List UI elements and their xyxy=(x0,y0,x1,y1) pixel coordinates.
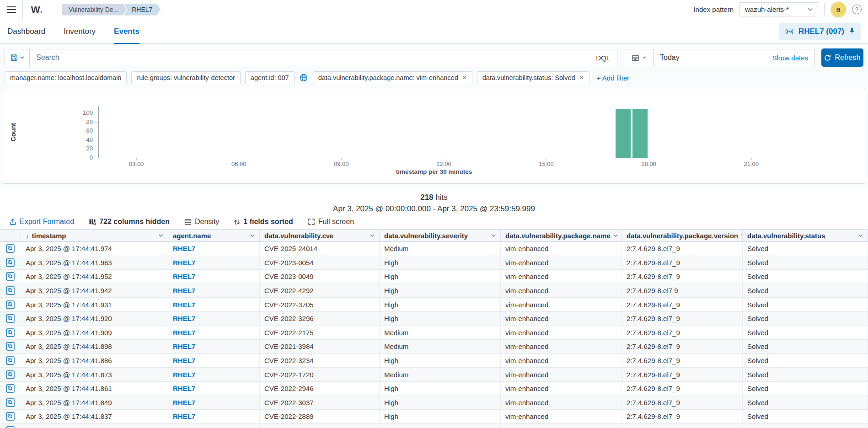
cell-package-name: vim-enhanced xyxy=(501,298,622,311)
cell-cve: CVE-2022-2889 xyxy=(260,410,380,423)
inspect-document-icon[interactable] xyxy=(6,342,15,351)
cell-package-version: 2:7.4.629-8.el7_9 xyxy=(622,242,743,256)
date-quick-select-button[interactable] xyxy=(624,49,654,66)
top-bar-right: Index pattern wazuh-alerts-* a ? xyxy=(693,0,868,19)
breadcrumb-vulnerability-detection[interactable]: Vulnerability De... xyxy=(62,4,127,16)
inspect-document-icon[interactable] xyxy=(6,258,15,267)
column-header-agent-name[interactable]: agent.name xyxy=(168,230,260,241)
chevron-down-icon[interactable] xyxy=(159,234,163,237)
cell-package-name: vim-enhanced xyxy=(501,326,622,340)
fields-sorted-button[interactable]: 1 fields sorted xyxy=(234,218,293,226)
column-header-package-name[interactable]: data.vulnerability.package.name xyxy=(501,230,622,241)
table-row: Apr 3, 2025 @ 17:44:41.837 RHEL7 CVE-202… xyxy=(0,410,868,424)
inspect-document-icon[interactable] xyxy=(6,412,15,421)
inspect-document-icon[interactable] xyxy=(6,244,15,253)
inspect-document-icon[interactable] xyxy=(6,356,15,365)
inspect-document-icon[interactable] xyxy=(6,328,15,337)
logo-dot: . xyxy=(40,4,43,15)
search-input[interactable] xyxy=(30,49,589,66)
x-axis-tick-mark xyxy=(547,158,547,160)
inspect-document-icon[interactable] xyxy=(6,384,15,393)
density-button[interactable]: Density xyxy=(184,218,219,226)
pin-icon[interactable] xyxy=(849,28,855,35)
index-pattern-select[interactable]: wazuh-alerts-* xyxy=(739,2,818,16)
agent-name-link[interactable]: RHEL7 xyxy=(173,385,195,392)
chevron-down-icon[interactable] xyxy=(613,234,618,237)
agent-name-link[interactable]: RHEL7 xyxy=(173,357,195,364)
implicit-filters-globe-icon[interactable] xyxy=(299,73,308,82)
chevron-down-icon xyxy=(808,8,813,11)
agent-name-link[interactable]: RHEL7 xyxy=(173,301,195,309)
cell-status: Solved xyxy=(743,410,868,423)
agent-name-link[interactable]: RHEL7 xyxy=(173,273,195,280)
filter-pill-package-name[interactable]: data.vulnerability.package.name: vim-enh… xyxy=(313,71,472,84)
tab-events[interactable]: Events xyxy=(114,19,139,43)
agent-name-link[interactable]: RHEL7 xyxy=(173,399,195,407)
divider xyxy=(824,3,825,16)
show-dates-button[interactable]: Show dates xyxy=(766,49,814,66)
cell-package-version: 2:7.4.629-8.el7_9 xyxy=(622,368,743,381)
full-screen-button[interactable]: Full screen xyxy=(308,218,354,226)
saved-queries-button[interactable] xyxy=(5,49,30,66)
filter-pill-agent-id[interactable]: agent.id: 007 xyxy=(245,71,295,84)
refresh-button[interactable]: Refresh xyxy=(821,48,863,67)
cell-timestamp: Apr 3, 2025 @ 17:44:41.826 xyxy=(21,424,168,428)
help-icon[interactable]: ? xyxy=(852,5,862,14)
user-avatar[interactable]: a xyxy=(830,2,846,17)
export-icon xyxy=(9,218,16,225)
chevron-down-icon[interactable] xyxy=(491,234,496,237)
agent-name-link[interactable]: RHEL7 xyxy=(173,412,195,420)
column-header-package-version[interactable]: data.vulnerability.package.version xyxy=(622,230,743,241)
filter-pill-rule-groups[interactable]: rule.groups: vulnerability-detector xyxy=(131,71,240,84)
agent-name-link[interactable]: RHEL7 xyxy=(173,342,195,350)
add-filter-button[interactable]: + Add filter xyxy=(597,74,629,82)
cell-package-version: 2:7.4.629-8.el7_9 xyxy=(622,298,743,311)
chevron-down-icon[interactable] xyxy=(370,234,375,237)
inspect-document-icon[interactable] xyxy=(6,286,15,295)
hamburger-menu-button[interactable] xyxy=(0,0,23,19)
agent-name-link[interactable]: RHEL7 xyxy=(173,371,195,379)
remove-filter-icon[interactable]: ✕ xyxy=(462,75,467,81)
inspect-document-icon[interactable] xyxy=(6,398,15,407)
agent-name-link[interactable]: RHEL7 xyxy=(173,329,195,337)
column-header-severity[interactable]: data.vulnerability.severity xyxy=(380,230,501,241)
histogram-bar[interactable] xyxy=(632,109,648,158)
cell-package-name: vim-enhanced xyxy=(501,312,622,326)
filter-pill-manager-name[interactable]: manager.name: localhost.localdomain xyxy=(5,71,127,84)
chevron-down-icon[interactable] xyxy=(250,234,255,237)
cell-timestamp: Apr 3, 2025 @ 17:44:41.849 xyxy=(21,396,168,410)
cell-status: Solved xyxy=(743,368,868,381)
inspect-document-icon[interactable] xyxy=(6,370,15,379)
column-header-status[interactable]: data.vulnerability.status xyxy=(743,230,868,241)
sort-arrows-icon xyxy=(234,219,240,225)
query-language-button[interactable]: DQL xyxy=(589,49,617,66)
inspect-document-icon[interactable] xyxy=(6,272,15,281)
agent-name-link[interactable]: RHEL7 xyxy=(173,245,195,252)
breadcrumb-rhel7[interactable]: RHEL7 xyxy=(123,4,161,16)
column-header-cve[interactable]: data.vulnerability.cve xyxy=(260,230,380,241)
inspect-document-icon[interactable] xyxy=(6,314,15,323)
columns-hidden-button[interactable]: 722 columns hidden xyxy=(89,218,170,226)
agent-name-link[interactable]: RHEL7 xyxy=(173,287,195,294)
chevron-down-icon[interactable] xyxy=(858,234,863,237)
remove-filter-icon[interactable]: ✕ xyxy=(579,75,584,81)
date-picker: Today Show dates xyxy=(624,49,815,66)
wazuh-logo[interactable]: W. xyxy=(23,0,51,19)
tab-dashboard[interactable]: Dashboard xyxy=(7,19,45,43)
selected-agent-badge[interactable]: RHEL7 (007) xyxy=(779,23,861,40)
cell-package-version: 2:7.4.629-8.el7 9 xyxy=(622,284,743,298)
date-range-value[interactable]: Today xyxy=(654,49,766,66)
inspect-document-icon[interactable] xyxy=(6,300,15,309)
density-label: Density xyxy=(195,218,219,226)
cell-package-name: vim-enhanced xyxy=(501,284,622,298)
inspect-document-icon[interactable] xyxy=(6,426,15,428)
filter-pill-status[interactable]: data.vulnerability.status: Solved ✕ xyxy=(477,71,589,84)
histogram-bar[interactable] xyxy=(616,109,631,158)
agent-name-link[interactable]: RHEL7 xyxy=(173,259,195,267)
agent-name-link[interactable]: RHEL7 xyxy=(173,315,195,322)
column-header-timestamp[interactable]: ↓ timestamp xyxy=(21,230,168,241)
cell-status: Solved xyxy=(743,382,868,396)
table-row: Apr 3, 2025 @ 17:44:41.931 RHEL7 CVE-202… xyxy=(0,298,868,312)
tab-inventory[interactable]: Inventory xyxy=(64,19,96,43)
export-formatted-button[interactable]: Export Formated xyxy=(9,218,74,226)
